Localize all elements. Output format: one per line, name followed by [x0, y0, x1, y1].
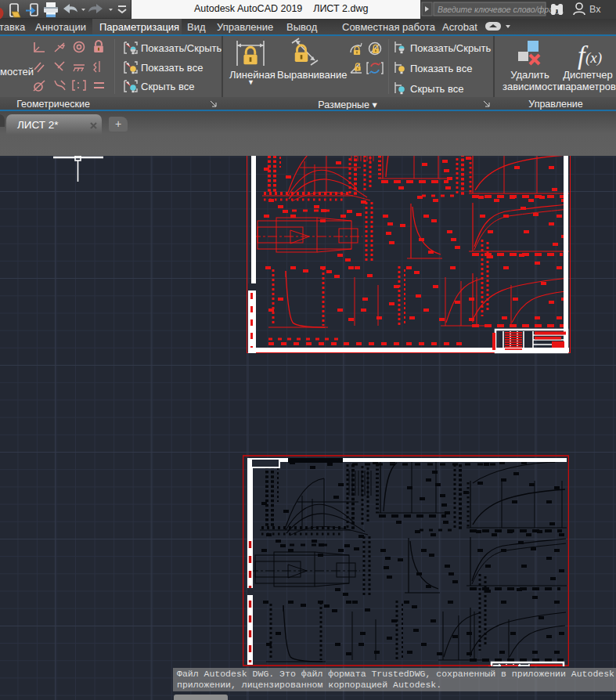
- svg-text:Вх: Вх: [589, 4, 601, 15]
- svg-text:(x): (x): [585, 49, 602, 67]
- svg-text:Введите ключевое слово/фразу: Введите ключевое слово/фразу: [438, 5, 561, 14]
